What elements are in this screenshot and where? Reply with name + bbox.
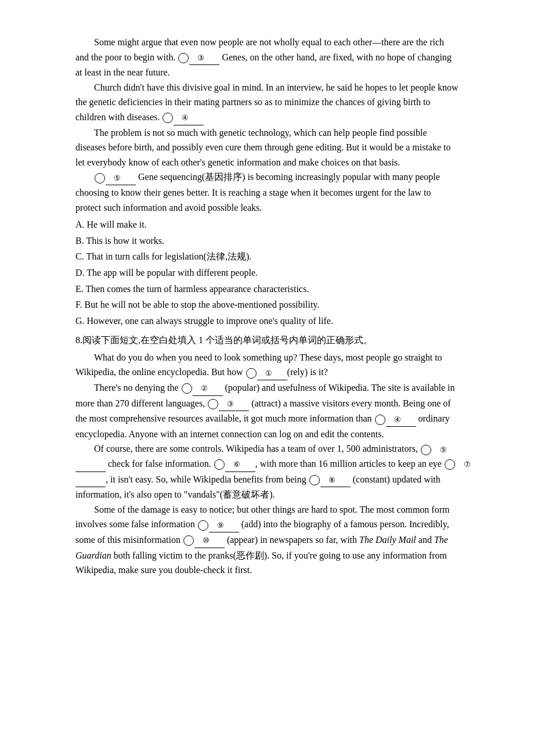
paragraph-8: Some of the damage is easy to notice; bu…	[75, 502, 459, 578]
paragraph-4: ⑤ Gene sequencing(基因排序) is becoming incr…	[75, 170, 459, 215]
circle-10b: ⑩	[183, 535, 194, 546]
circle-3: ③	[178, 53, 189, 63]
circle-5b: ⑤	[421, 445, 431, 455]
circle-7b: ⑦	[445, 459, 455, 470]
blank-6b	[225, 456, 255, 472]
blank-9b	[209, 517, 239, 532]
option-d: D. The app will be popular with differen…	[75, 265, 459, 280]
circle-4: ④	[163, 113, 173, 123]
paragraph-1: Some might argue that even now people ar…	[75, 35, 459, 80]
circle-2b: ②	[182, 383, 192, 394]
option-b: B. This is how it works.	[75, 233, 459, 249]
paragraph-6: There's no denying the ② (popular) and u…	[75, 380, 459, 441]
blank-3	[189, 50, 219, 66]
circle-5: ⑤	[95, 173, 105, 183]
blank-5b	[75, 456, 106, 472]
option-a: A. He will make it.	[75, 217, 459, 232]
paragraph-7: Of course, there are some controls. Wiki…	[75, 441, 459, 502]
blank-4	[174, 110, 204, 125]
paragraph-5: What do you do when you need to look som…	[75, 350, 459, 380]
section-8-header: 8.阅读下面短文,在空白处填入 1 个适当的单词或括号内单词的正确形式。	[75, 333, 459, 348]
options-section: A. He will make it. B. This is how it wo…	[75, 217, 459, 328]
blank-8b	[320, 472, 351, 488]
paragraph-2: Church didn't have this divisive goal in…	[75, 80, 459, 125]
circle-6b: ⑥	[214, 459, 225, 470]
circle-1b: ①	[246, 368, 257, 379]
option-e: E. Then comes the turn of harmless appea…	[75, 282, 459, 297]
option-g: G. However, one can always struggle to i…	[75, 314, 459, 329]
blank-4b	[386, 411, 416, 427]
blank-3b	[219, 396, 249, 412]
daily-mail-text: The Daily Mail	[359, 535, 416, 545]
blank-5	[106, 170, 136, 185]
circle-4b: ④	[375, 415, 385, 425]
blank-2b	[193, 380, 223, 396]
circle-9b: ⑨	[198, 520, 208, 531]
circle-3b: ③	[208, 399, 218, 409]
option-f: F. But he will not be able to stop the a…	[75, 297, 459, 312]
page-content: Some might argue that even now people ar…	[0, 0, 534, 613]
paragraph-3: The problem is not so much with genetic …	[75, 125, 459, 170]
option-c: C. That in turn calls for legislation(法律…	[75, 249, 459, 264]
blank-1b	[257, 365, 287, 380]
blank-7b	[75, 472, 106, 488]
blank-10b	[194, 532, 225, 548]
circle-8b: ⑧	[309, 475, 320, 485]
